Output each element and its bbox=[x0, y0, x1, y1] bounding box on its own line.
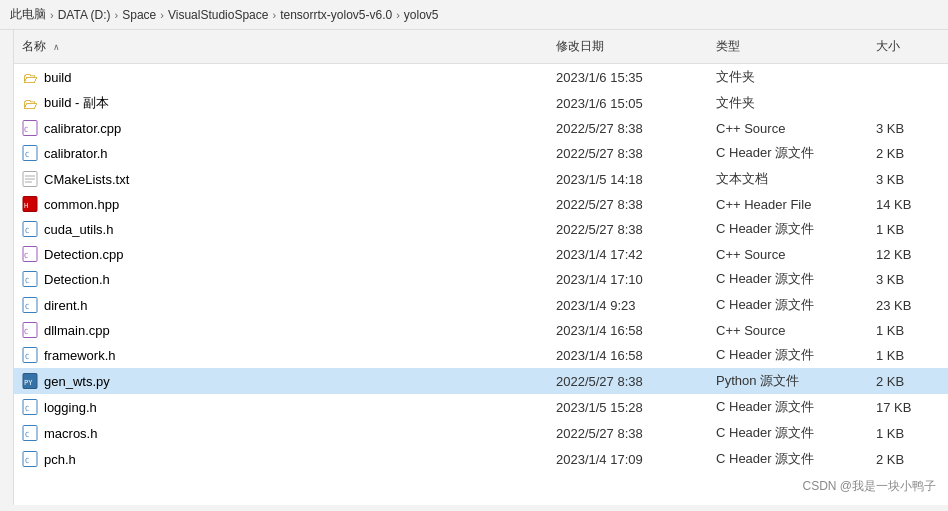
svg-text:C: C bbox=[25, 227, 29, 235]
table-row[interactable]: C logging.h 2023/1/5 15:28 C Header 源文件 … bbox=[14, 394, 948, 420]
table-row[interactable]: C pch.h 2023/1/4 17:09 C Header 源文件 2 KB bbox=[14, 446, 948, 472]
file-size: 1 KB bbox=[868, 424, 948, 443]
file-modified: 2022/5/27 8:38 bbox=[548, 372, 708, 391]
breadcrumb-item-drive[interactable]: DATA (D:) bbox=[58, 8, 111, 22]
file-size bbox=[868, 101, 948, 105]
file-size: 14 KB bbox=[868, 195, 948, 214]
file-size bbox=[868, 75, 948, 79]
file-size: 17 KB bbox=[868, 398, 948, 417]
hpp-icon: H bbox=[22, 196, 38, 212]
file-modified: 2023/1/4 16:58 bbox=[548, 346, 708, 365]
table-row[interactable]: C calibrator.cpp 2022/5/27 8:38 C++ Sour… bbox=[14, 116, 948, 140]
svg-text:C: C bbox=[25, 277, 29, 285]
svg-text:H: H bbox=[24, 202, 28, 210]
column-header-row: 名称 ∧ 修改日期 类型 大小 bbox=[14, 30, 948, 64]
table-row[interactable]: 🗁 build - 副本 2023/1/6 15:05 文件夹 bbox=[14, 90, 948, 116]
file-modified: 2023/1/5 15:28 bbox=[548, 398, 708, 417]
breadcrumb-item-yolov5[interactable]: yolov5 bbox=[404, 8, 439, 22]
col-header-size[interactable]: 大小 bbox=[868, 34, 948, 59]
file-type: C Header 源文件 bbox=[708, 396, 868, 418]
file-modified: 2022/5/27 8:38 bbox=[548, 195, 708, 214]
svg-text:C: C bbox=[25, 303, 29, 311]
h-icon: C bbox=[22, 221, 38, 237]
file-type: C Header 源文件 bbox=[708, 344, 868, 366]
table-row[interactable]: 🗁 build 2023/1/6 15:35 文件夹 bbox=[14, 64, 948, 90]
file-name-cell: 🗁 build - 副本 bbox=[14, 92, 548, 114]
file-modified: 2022/5/27 8:38 bbox=[548, 144, 708, 163]
file-modified: 2022/5/27 8:38 bbox=[548, 119, 708, 138]
file-name-cell: C pch.h bbox=[14, 449, 548, 469]
table-row[interactable]: C Detection.h 2023/1/4 17:10 C Header 源文… bbox=[14, 266, 948, 292]
sort-arrow-icon: ∧ bbox=[53, 42, 60, 52]
file-name: macros.h bbox=[44, 426, 97, 441]
col-header-modified[interactable]: 修改日期 bbox=[548, 34, 708, 59]
file-name-cell: PY gen_wts.py bbox=[14, 371, 548, 391]
file-type: C++ Source bbox=[708, 119, 868, 138]
file-name-cell: C framework.h bbox=[14, 345, 548, 365]
svg-text:PY: PY bbox=[24, 379, 33, 387]
file-name-cell: C dirent.h bbox=[14, 295, 548, 315]
file-name-cell: C logging.h bbox=[14, 397, 548, 417]
breadcrumb: 此电脑 › DATA (D:) › Space › VisualStudioSp… bbox=[0, 0, 948, 30]
breadcrumb-item-vs[interactable]: VisualStudioSpace bbox=[168, 8, 269, 22]
file-modified: 2022/5/27 8:38 bbox=[548, 220, 708, 239]
breadcrumb-item-tensorrtx[interactable]: tensorrtx-yolov5-v6.0 bbox=[280, 8, 392, 22]
table-row[interactable]: C Detection.cpp 2023/1/4 17:42 C++ Sourc… bbox=[14, 242, 948, 266]
breadcrumb-item-computer[interactable]: 此电脑 bbox=[10, 6, 46, 23]
h-icon: C bbox=[22, 145, 38, 161]
cpp-icon: C bbox=[22, 246, 38, 262]
file-name-cell: C dllmain.cpp bbox=[14, 320, 548, 340]
file-name: calibrator.h bbox=[44, 146, 108, 161]
file-name-cell: C Detection.h bbox=[14, 269, 548, 289]
file-modified: 2023/1/5 14:18 bbox=[548, 170, 708, 189]
svg-text:C: C bbox=[24, 126, 28, 134]
table-row[interactable]: C dirent.h 2023/1/4 9:23 C Header 源文件 23… bbox=[14, 292, 948, 318]
file-name-cell: H common.hpp bbox=[14, 194, 548, 214]
svg-text:C: C bbox=[25, 353, 29, 361]
file-size: 1 KB bbox=[868, 321, 948, 340]
cpp-icon: C bbox=[22, 120, 38, 136]
col-header-type[interactable]: 类型 bbox=[708, 34, 868, 59]
file-size: 2 KB bbox=[868, 450, 948, 469]
file-size: 23 KB bbox=[868, 296, 948, 315]
file-name-cell: C calibrator.cpp bbox=[14, 118, 548, 138]
folder-icon: 🗁 bbox=[22, 69, 38, 85]
file-name: cuda_utils.h bbox=[44, 222, 113, 237]
table-row[interactable]: CMakeLists.txt 2023/1/5 14:18 文本文档 3 KB bbox=[14, 166, 948, 192]
svg-text:C: C bbox=[24, 328, 28, 336]
table-row[interactable]: C dllmain.cpp 2023/1/4 16:58 C++ Source … bbox=[14, 318, 948, 342]
file-list[interactable]: 🗁 build 2023/1/6 15:35 文件夹 🗁 build - 副本 … bbox=[14, 64, 948, 505]
explorer-container: 名称 ∧ 修改日期 类型 大小 🗁 build 2023/1/6 15:35 文… bbox=[0, 30, 948, 505]
file-type: C Header 源文件 bbox=[708, 268, 868, 290]
table-row[interactable]: C calibrator.h 2022/5/27 8:38 C Header 源… bbox=[14, 140, 948, 166]
table-row[interactable]: C framework.h 2023/1/4 16:58 C Header 源文… bbox=[14, 342, 948, 368]
file-modified: 2023/1/6 15:05 bbox=[548, 94, 708, 113]
file-name: dirent.h bbox=[44, 298, 87, 313]
table-row[interactable]: H common.hpp 2022/5/27 8:38 C++ Header F… bbox=[14, 192, 948, 216]
table-row[interactable]: PY gen_wts.py 2022/5/27 8:38 Python 源文件 … bbox=[14, 368, 948, 394]
file-type: 文件夹 bbox=[708, 92, 868, 114]
svg-text:C: C bbox=[25, 405, 29, 413]
file-name: pch.h bbox=[44, 452, 76, 467]
file-name: common.hpp bbox=[44, 197, 119, 212]
txt-icon bbox=[22, 171, 38, 187]
breadcrumb-item-space[interactable]: Space bbox=[122, 8, 156, 22]
file-name: build bbox=[44, 70, 71, 85]
col-header-name[interactable]: 名称 ∧ bbox=[14, 34, 548, 59]
file-name: build - 副本 bbox=[44, 94, 109, 112]
file-name: framework.h bbox=[44, 348, 116, 363]
file-size: 3 KB bbox=[868, 119, 948, 138]
file-modified: 2023/1/4 17:10 bbox=[548, 270, 708, 289]
file-name-cell: 🗁 build bbox=[14, 67, 548, 87]
svg-text:C: C bbox=[25, 431, 29, 439]
file-modified: 2023/1/4 17:09 bbox=[548, 450, 708, 469]
h-icon: C bbox=[22, 347, 38, 363]
file-name: calibrator.cpp bbox=[44, 121, 121, 136]
file-size: 2 KB bbox=[868, 144, 948, 163]
file-modified: 2023/1/6 15:35 bbox=[548, 68, 708, 87]
table-row[interactable]: C macros.h 2022/5/27 8:38 C Header 源文件 1… bbox=[14, 420, 948, 446]
table-row[interactable]: C cuda_utils.h 2022/5/27 8:38 C Header 源… bbox=[14, 216, 948, 242]
folder-icon: 🗁 bbox=[22, 95, 38, 111]
file-modified: 2023/1/4 17:42 bbox=[548, 245, 708, 264]
file-type: C++ Source bbox=[708, 321, 868, 340]
